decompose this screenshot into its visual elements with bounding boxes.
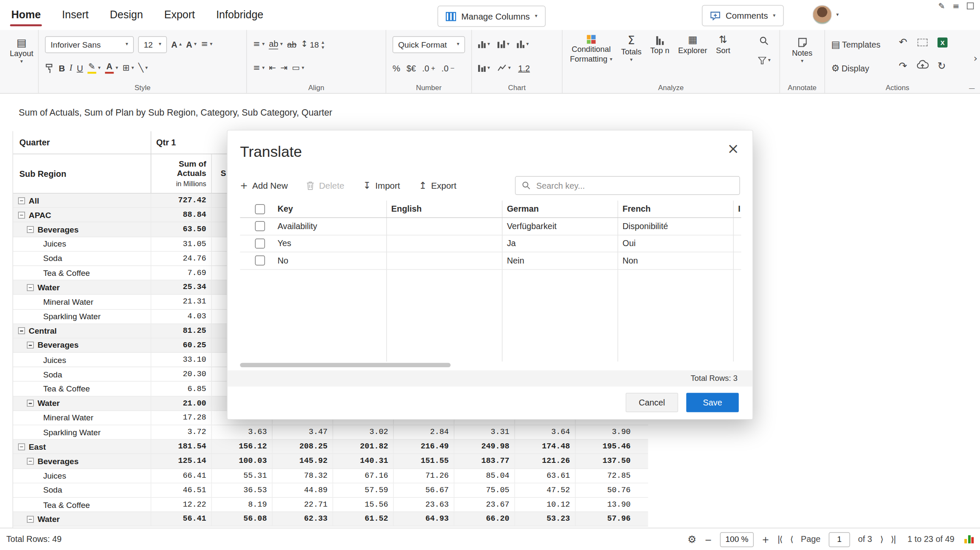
row-height-stepper[interactable]: ▲▼: [321, 40, 325, 49]
value-cell[interactable]: 88.84: [151, 208, 211, 222]
notes-button[interactable]: Notes ▾: [780, 37, 824, 64]
font-size-select[interactable]: 12 ▾: [138, 36, 167, 53]
row-label-cell[interactable]: Beverages: [13, 338, 151, 352]
row-label-cell[interactable]: Central: [13, 324, 151, 338]
collapse-icon[interactable]: [18, 443, 25, 450]
value-cell[interactable]: 57.59: [333, 483, 393, 497]
value-cell[interactable]: 66.20: [454, 512, 515, 526]
collapse-icon[interactable]: [18, 212, 25, 218]
value-cell[interactable]: 53.23: [514, 512, 575, 526]
underline-button[interactable]: U: [77, 63, 83, 73]
chart-type-button-2[interactable]: ▾: [498, 41, 510, 48]
column-header-german[interactable]: German: [502, 204, 618, 213]
percent-format-button[interactable]: %: [393, 63, 400, 73]
value-cell[interactable]: 50.76: [575, 483, 636, 497]
column-header-key[interactable]: Key: [273, 204, 386, 213]
measure-header-actuals[interactable]: Sum of Actuals in Millions: [151, 154, 211, 193]
settings-gear-icon[interactable]: ⚙: [687, 534, 696, 544]
tab-home[interactable]: Home: [10, 0, 42, 30]
totals-button[interactable]: Σ Totals ▾: [621, 35, 641, 62]
row-label-cell[interactable]: Juices: [13, 237, 151, 251]
value-cell[interactable]: 151.55: [393, 454, 454, 468]
horizontal-align-button[interactable]: ≡▾: [253, 40, 265, 48]
filter-button[interactable]: ▾: [758, 57, 770, 65]
diagonal-border-button[interactable]: ╲▾: [138, 64, 148, 72]
value-cell[interactable]: 3.02: [333, 425, 393, 439]
dialog-cell[interactable]: Disponibilité: [618, 221, 733, 231]
value-cell[interactable]: 137.50: [575, 454, 636, 468]
value-cell[interactable]: 24.76: [151, 252, 211, 266]
quarter-header-cell[interactable]: Quarter: [13, 131, 151, 154]
tab-design[interactable]: Design: [108, 0, 144, 30]
search-icon[interactable]: [760, 36, 769, 45]
selection-frame-icon[interactable]: [917, 39, 928, 46]
value-cell[interactable]: 64.93: [393, 512, 454, 526]
quick-format-select[interactable]: Quick Format ▾: [393, 36, 465, 53]
value-cell[interactable]: 10.12: [514, 498, 575, 512]
row-label-cell[interactable]: All: [13, 194, 151, 208]
italic-button[interactable]: I: [69, 63, 72, 73]
value-cell[interactable]: 56.08: [211, 512, 272, 526]
value-cell[interactable]: 21.00: [151, 397, 211, 411]
row-checkbox[interactable]: [255, 255, 265, 266]
value-cell[interactable]: 201.82: [333, 440, 393, 454]
value-cell[interactable]: 44.89: [272, 483, 333, 497]
row-label-cell[interactable]: Mineral Water: [13, 411, 151, 425]
font-family-select[interactable]: Inforiver Sans ▾: [45, 36, 134, 53]
value-cell[interactable]: 3.47: [272, 425, 333, 439]
value-cell[interactable]: 71.26: [393, 469, 454, 483]
value-cell[interactable]: 63.61: [514, 469, 575, 483]
merge-cells-button[interactable]: ▭▾: [292, 64, 304, 72]
chart-type-button-3[interactable]: ▾: [517, 41, 529, 48]
value-cell[interactable]: 3.90: [575, 425, 636, 439]
value-cell[interactable]: 15.56: [333, 498, 393, 512]
close-icon[interactable]: ×: [723, 138, 744, 159]
value-cell[interactable]: 66.41: [151, 469, 211, 483]
bold-button[interactable]: B: [59, 63, 65, 73]
increase-decimal-button[interactable]: .0+: [422, 63, 436, 73]
chevron-down-icon[interactable]: ▾: [836, 12, 839, 17]
table-row[interactable]: Juices66.4155.3178.3267.1671.2685.0463.6…: [13, 469, 648, 483]
value-cell[interactable]: 174.48: [514, 440, 575, 454]
delete-button[interactable]: Delete: [307, 181, 345, 191]
row-label-cell[interactable]: Sparkling Water: [13, 309, 151, 323]
table-row[interactable]: Soda46.5136.5344.8957.5956.6775.0547.525…: [13, 483, 648, 498]
table-row[interactable]: Tea & Coffee12.228.1922.7115.5623.6323.6…: [13, 498, 648, 512]
wrap-text-button[interactable]: ab▾: [269, 40, 282, 50]
value-cell[interactable]: 63.50: [151, 223, 211, 237]
row-label-cell[interactable]: Soda: [13, 367, 151, 381]
row-label-cell[interactable]: Water: [13, 397, 151, 411]
value-cell[interactable]: 100.03: [211, 454, 272, 468]
chart-type-button-4[interactable]: ▾: [478, 65, 490, 71]
row-label-cell[interactable]: Soda: [13, 252, 151, 266]
value-cell[interactable]: 36.53: [211, 483, 272, 497]
sort-button[interactable]: ⇅ Sort: [716, 35, 730, 55]
value-cell[interactable]: 183.77: [454, 454, 515, 468]
value-cell[interactable]: 3.72: [151, 425, 211, 439]
ribbon-collapse-icon[interactable]: —: [969, 85, 975, 92]
table-row[interactable]: Beverages125.14100.03145.92140.31151.551…: [13, 454, 648, 469]
format-painter-icon[interactable]: [45, 63, 54, 73]
collapse-icon[interactable]: [27, 284, 34, 291]
shrink-text-button[interactable]: ab: [287, 40, 296, 49]
row-label-cell[interactable]: Water: [13, 512, 151, 526]
value-cell[interactable]: 25.34: [151, 281, 211, 295]
row-label-cell[interactable]: Soda: [13, 483, 151, 497]
value-cell[interactable]: 6.85: [151, 382, 211, 396]
value-cell[interactable]: 20.30: [151, 367, 211, 381]
value-cell[interactable]: 62.33: [272, 512, 333, 526]
avatar[interactable]: [812, 5, 832, 25]
dialog-cell[interactable]: Ja: [502, 239, 618, 248]
row-label-cell[interactable]: Juices: [13, 469, 151, 483]
save-button[interactable]: Save: [686, 393, 738, 412]
row-label-cell[interactable]: Tea & Coffee: [13, 498, 151, 512]
value-cell[interactable]: 216.49: [393, 440, 454, 454]
value-cell[interactable]: 195.46: [575, 440, 636, 454]
value-cell[interactable]: 23.63: [393, 498, 454, 512]
dialog-cell[interactable]: Availability: [273, 221, 386, 231]
select-all-checkbox[interactable]: [255, 204, 265, 214]
expand-icon[interactable]: [967, 3, 974, 9]
value-cell[interactable]: 22.71: [272, 498, 333, 512]
undo-icon[interactable]: ↶: [899, 37, 907, 48]
text-case-button[interactable]: ≡▾: [201, 40, 212, 48]
